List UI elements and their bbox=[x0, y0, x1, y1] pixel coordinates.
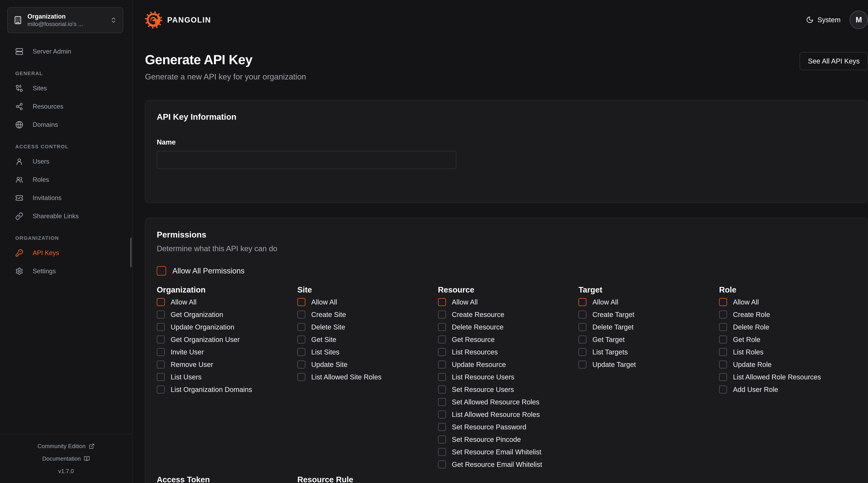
sidebar-item-shareable-links[interactable]: Shareable Links bbox=[0, 207, 132, 225]
permission-option-label[interactable]: List Sites bbox=[311, 348, 339, 356]
sidebar-item-domains[interactable]: Domains bbox=[0, 116, 132, 134]
permission-option-label[interactable]: Update Site bbox=[311, 361, 347, 368]
permission-option-label[interactable]: List Users bbox=[170, 373, 202, 381]
permission-option-label[interactable]: Create Resource bbox=[452, 311, 504, 319]
checkbox-resource-update-resource[interactable] bbox=[438, 360, 446, 368]
checkbox-role-add-user-role[interactable] bbox=[719, 386, 727, 393]
checkbox-resource-set-resource-users[interactable] bbox=[438, 386, 446, 393]
permission-option-label[interactable]: List Allowed Resource Roles bbox=[452, 411, 540, 418]
permission-option-label[interactable]: Get Organization User bbox=[170, 336, 240, 344]
permission-option-label[interactable]: Set Resource Users bbox=[452, 386, 514, 393]
permission-option-label[interactable]: Get Resource Email Whitelist bbox=[452, 461, 542, 469]
permission-option-label[interactable]: Set Resource Pincode bbox=[452, 436, 521, 444]
permission-option-label[interactable]: Allow All bbox=[452, 298, 478, 306]
checkbox-resource-set-resource-email-whitelist[interactable] bbox=[438, 448, 446, 456]
checkbox-resource-list-resource-users[interactable] bbox=[438, 373, 446, 381]
permission-option-label[interactable]: Update Role bbox=[733, 361, 772, 368]
sidebar-item-users[interactable]: Users bbox=[0, 152, 132, 170]
permission-option-label[interactable]: Set Resource Password bbox=[452, 423, 526, 431]
permission-option-label[interactable]: Create Target bbox=[592, 311, 634, 319]
permission-option-label[interactable]: List Resources bbox=[452, 348, 498, 356]
name-input[interactable] bbox=[157, 151, 456, 169]
checkbox-resource-set-allowed-resource-roles[interactable] bbox=[438, 398, 446, 406]
permission-option-label[interactable]: Update Organization bbox=[170, 323, 235, 331]
checkbox-target-get-target[interactable] bbox=[579, 335, 586, 344]
permission-option-label[interactable]: Delete Resource bbox=[452, 323, 504, 331]
permission-option-label[interactable]: Get Resource bbox=[452, 336, 495, 344]
checkbox-role-update-role[interactable] bbox=[719, 360, 727, 368]
community-edition-link[interactable]: Community Edition bbox=[37, 440, 95, 452]
checkbox-resource-set-resource-password[interactable] bbox=[438, 423, 446, 431]
checkbox-resource-create-resource[interactable] bbox=[438, 311, 446, 319]
sidebar-item-roles[interactable]: Roles bbox=[0, 170, 132, 189]
permission-option-label[interactable]: List Roles bbox=[733, 348, 764, 356]
checkbox-resource-list-allowed-resource-roles[interactable] bbox=[438, 411, 446, 418]
permission-option-label[interactable]: Invite User bbox=[170, 348, 204, 356]
permission-option-label[interactable]: Allow All bbox=[733, 298, 759, 306]
checkbox-resource-get-resource-email-whitelist[interactable] bbox=[438, 460, 446, 469]
allow-all-permissions-checkbox[interactable] bbox=[157, 266, 166, 276]
permission-option-label[interactable]: List Organization Domains bbox=[170, 386, 252, 393]
permission-option-label[interactable]: Allow All bbox=[311, 298, 337, 306]
checkbox-site-get-site[interactable] bbox=[298, 335, 305, 344]
permission-option-label[interactable]: Allow All bbox=[170, 298, 196, 306]
checkbox-site-list-sites[interactable] bbox=[298, 348, 305, 356]
checkbox-target-allow-all[interactable] bbox=[579, 298, 586, 306]
checkbox-target-delete-target[interactable] bbox=[579, 323, 586, 331]
checkbox-organization-get-organization-user[interactable] bbox=[157, 335, 165, 344]
checkbox-target-create-target[interactable] bbox=[579, 311, 586, 319]
sidebar-item-settings[interactable]: Settings bbox=[0, 262, 132, 280]
permission-option-label[interactable]: Create Site bbox=[311, 311, 346, 319]
checkbox-role-list-allowed-role-resources[interactable] bbox=[719, 373, 727, 381]
permission-option-label[interactable]: Update Resource bbox=[452, 361, 506, 368]
sidebar-item-server-admin[interactable]: Server Admin bbox=[0, 42, 132, 61]
checkbox-organization-update-organization[interactable] bbox=[157, 323, 165, 331]
permission-option-label[interactable]: Create Role bbox=[733, 311, 770, 319]
permission-option-label[interactable]: Add User Role bbox=[733, 386, 778, 393]
sidebar-item-api-keys[interactable]: API Keys bbox=[0, 244, 132, 262]
sidebar-item-resources[interactable]: Resources bbox=[0, 97, 132, 116]
permission-option-label[interactable]: Allow All bbox=[592, 298, 618, 306]
checkbox-target-update-target[interactable] bbox=[579, 360, 586, 368]
checkbox-role-create-role[interactable] bbox=[719, 311, 727, 319]
sidebar-scrollbar-thumb[interactable] bbox=[130, 238, 132, 267]
checkbox-role-delete-role[interactable] bbox=[719, 323, 727, 331]
permission-option-label[interactable]: List Allowed Role Resources bbox=[733, 373, 821, 381]
see-all-api-keys-button[interactable]: See All API Keys bbox=[800, 52, 868, 70]
checkbox-organization-list-users[interactable] bbox=[157, 373, 165, 381]
permission-option-label[interactable]: Update Target bbox=[592, 361, 636, 368]
checkbox-site-list-allowed-site-roles[interactable] bbox=[298, 373, 305, 381]
checkbox-site-allow-all[interactable] bbox=[298, 298, 305, 306]
checkbox-resource-list-resources[interactable] bbox=[438, 348, 446, 356]
permission-option-label[interactable]: Set Allowed Resource Roles bbox=[452, 398, 539, 406]
checkbox-resource-get-resource[interactable] bbox=[438, 335, 446, 344]
checkbox-organization-remove-user[interactable] bbox=[157, 360, 165, 368]
checkbox-organization-list-organization-domains[interactable] bbox=[157, 386, 165, 393]
checkbox-role-list-roles[interactable] bbox=[719, 348, 727, 356]
permission-option-label[interactable]: Get Site bbox=[311, 336, 336, 344]
permission-option-label[interactable]: List Allowed Site Roles bbox=[311, 373, 381, 381]
allow-all-permissions-label[interactable]: Allow All Permissions bbox=[173, 266, 245, 275]
sidebar-item-sites[interactable]: Sites bbox=[0, 79, 132, 97]
checkbox-site-update-site[interactable] bbox=[298, 360, 305, 368]
checkbox-organization-allow-all[interactable] bbox=[157, 298, 165, 306]
organization-selector[interactable]: Organization milo@fossorial.io's ... bbox=[7, 7, 123, 33]
checkbox-site-create-site[interactable] bbox=[298, 311, 305, 319]
permission-option-label[interactable]: Delete Role bbox=[733, 323, 769, 331]
sidebar-item-invitations[interactable]: Invitations bbox=[0, 189, 132, 207]
permission-option-label[interactable]: List Resource Users bbox=[452, 373, 515, 381]
checkbox-organization-get-organization[interactable] bbox=[157, 311, 165, 319]
checkbox-resource-allow-all[interactable] bbox=[438, 298, 446, 306]
checkbox-target-list-targets[interactable] bbox=[579, 348, 586, 356]
checkbox-resource-delete-resource[interactable] bbox=[438, 323, 446, 331]
theme-toggle[interactable]: System bbox=[806, 16, 841, 24]
avatar[interactable]: M bbox=[849, 10, 868, 29]
documentation-link[interactable]: Documentation bbox=[42, 452, 90, 465]
checkbox-resource-set-resource-pincode[interactable] bbox=[438, 436, 446, 444]
permission-option-label[interactable]: Remove User bbox=[170, 361, 213, 368]
permission-option-label[interactable]: Get Target bbox=[592, 336, 625, 344]
checkbox-organization-invite-user[interactable] bbox=[157, 348, 165, 356]
checkbox-role-allow-all[interactable] bbox=[719, 298, 727, 306]
permission-option-label[interactable]: Get Role bbox=[733, 336, 761, 344]
checkbox-role-get-role[interactable] bbox=[719, 335, 727, 344]
